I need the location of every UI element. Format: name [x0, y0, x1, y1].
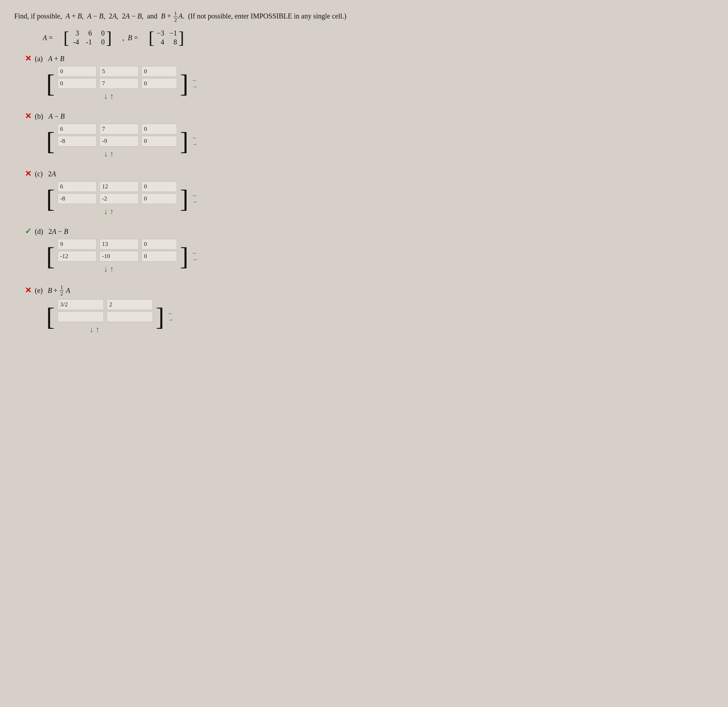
- left-arrow-e[interactable]: ←: [168, 311, 173, 316]
- down-arrow-a[interactable]: ↓: [104, 92, 108, 101]
- a-r2c1[interactable]: [58, 78, 97, 89]
- a-r2c2[interactable]: [100, 78, 139, 89]
- bracket-left-b: [: [149, 29, 154, 46]
- matrix-definitions: A = [ 3 6 0 -4 -1 0 ] , B = [ −3 −1 4 8 …: [43, 29, 714, 46]
- c-r2c3[interactable]: [142, 193, 177, 204]
- part-d-arrows-right: ← →: [192, 250, 198, 262]
- c-r1c2[interactable]: [100, 181, 139, 192]
- part-c-label: (c) 2A: [35, 170, 56, 178]
- part-b-input-area: [ ↓ ↑ ] ← →: [46, 124, 714, 159]
- part-e-header: ✕ (e) B + 12A: [25, 284, 714, 296]
- d-r1c2[interactable]: [100, 239, 139, 250]
- left-arrow-b[interactable]: ←: [192, 135, 198, 141]
- up-arrow-d[interactable]: ↑: [110, 264, 114, 274]
- bracket-left-b2: [: [46, 130, 55, 152]
- part-e-arrows-right: ← →: [168, 311, 173, 323]
- part-e-status: ✕: [25, 286, 31, 295]
- right-arrow-b[interactable]: →: [192, 141, 198, 147]
- d-r2c1[interactable]: [58, 251, 97, 262]
- right-arrow-e[interactable]: →: [168, 317, 173, 323]
- part-a-status: ✕: [25, 54, 31, 63]
- b-r2c2[interactable]: [100, 136, 139, 146]
- part-a-grid: [58, 66, 177, 89]
- part-b-label: (b) A − B: [35, 112, 65, 121]
- part-c-status: ✕: [25, 169, 31, 179]
- down-arrow-d[interactable]: ↓: [104, 264, 108, 274]
- part-a-input-area: [ ↓ ↑ ] ← →: [46, 66, 714, 101]
- e-r1c1[interactable]: [58, 299, 104, 310]
- c-r2c2[interactable]: [100, 193, 139, 204]
- part-e-input-area: [ ↓ ↑ ] ← →: [46, 299, 714, 334]
- part-c-grid: [58, 181, 177, 204]
- part-c-arrows-bottom: ↓ ↑: [104, 207, 177, 216]
- bracket-left-e: [: [46, 306, 55, 328]
- part-c-section: ✕ (c) 2A [ ↓ ↑ ] ← →: [25, 169, 714, 216]
- left-arrow-d[interactable]: ←: [192, 250, 198, 256]
- part-e-grid: [58, 299, 153, 322]
- a-r1c1[interactable]: [58, 66, 97, 77]
- part-c-header: ✕ (c) 2A: [25, 169, 714, 179]
- b-r1c2[interactable]: [100, 124, 139, 134]
- matrix-a: [ 3 6 0 -4 -1 0 ]: [64, 29, 112, 46]
- d-r1c1[interactable]: [58, 239, 97, 250]
- bracket-right-d: ]: [180, 245, 188, 267]
- matrix-a-label: A =: [43, 34, 53, 42]
- part-e-label: (e) B + 12A: [35, 284, 70, 296]
- part-a-arrows-bottom: ↓ ↑: [104, 92, 177, 101]
- right-arrow-d[interactable]: →: [192, 257, 198, 262]
- e-r1c2[interactable]: [107, 299, 153, 310]
- bracket-left-a: [: [46, 73, 55, 95]
- right-arrow-a[interactable]: →: [192, 84, 198, 89]
- c-r1c3[interactable]: [142, 181, 177, 192]
- part-d-status: ✓: [25, 227, 31, 236]
- bracket-left: [: [64, 29, 69, 46]
- a-r2c3[interactable]: [142, 78, 177, 89]
- right-arrow-c[interactable]: →: [192, 199, 198, 205]
- down-arrow-c[interactable]: ↓: [104, 207, 108, 216]
- b-r1c1[interactable]: [58, 124, 97, 134]
- a23: 0: [96, 38, 104, 46]
- part-b-status: ✕: [25, 112, 31, 121]
- b21: 4: [156, 38, 164, 46]
- e-r2c2[interactable]: [107, 312, 153, 322]
- up-arrow-b[interactable]: ↑: [110, 149, 114, 159]
- d-r2c3[interactable]: [142, 251, 177, 262]
- part-b-section: ✕ (b) A − B [ ↓ ↑ ] ← →: [25, 112, 714, 159]
- matrix-b: [ −3 −1 4 8 ]: [149, 29, 184, 46]
- bracket-right-b: ]: [178, 29, 184, 46]
- up-arrow-e[interactable]: ↑: [95, 325, 100, 334]
- part-c-arrows-right: ← →: [192, 193, 198, 205]
- a12: 6: [83, 29, 92, 38]
- bracket-right-c: ]: [180, 188, 188, 210]
- up-arrow-a[interactable]: ↑: [110, 92, 114, 101]
- a22: -1: [83, 38, 92, 46]
- a-r1c3[interactable]: [142, 66, 177, 77]
- d-r2c2[interactable]: [100, 251, 139, 262]
- bracket-left-d: [: [46, 245, 55, 267]
- part-b-arrows-right: ← →: [192, 135, 198, 147]
- part-a-arrows-right: ← →: [192, 78, 198, 89]
- part-d-section: ✓ (d) 2A − B [ ↓ ↑ ] ← →: [25, 227, 714, 274]
- b-r2c3[interactable]: [142, 136, 177, 146]
- c-r2c1[interactable]: [58, 193, 97, 204]
- part-d-label: (d) 2A − B: [35, 228, 68, 236]
- down-arrow-b[interactable]: ↓: [104, 149, 108, 159]
- part-d-input-area: [ ↓ ↑ ] ← →: [46, 239, 714, 274]
- a-r1c2[interactable]: [100, 66, 139, 77]
- b22: 8: [169, 38, 177, 46]
- bracket-right-b2: ]: [180, 130, 188, 152]
- part-b-arrows-bottom: ↓ ↑: [104, 149, 177, 159]
- down-arrow-e[interactable]: ↓: [90, 325, 94, 334]
- part-a-label: (a) A + B: [35, 55, 64, 63]
- left-arrow-a[interactable]: ←: [192, 78, 198, 83]
- left-arrow-c[interactable]: ←: [192, 193, 198, 198]
- up-arrow-c[interactable]: ↑: [110, 207, 114, 216]
- b-r2c1[interactable]: [58, 136, 97, 146]
- part-e-arrows-bottom: ↓ ↑: [90, 325, 153, 334]
- part-b-header: ✕ (b) A − B: [25, 112, 714, 121]
- d-r1c3[interactable]: [142, 239, 177, 250]
- c-r1c1[interactable]: [58, 181, 97, 192]
- b12: −1: [169, 29, 177, 38]
- b-r1c3[interactable]: [142, 124, 177, 134]
- e-r2c1[interactable]: [58, 312, 104, 322]
